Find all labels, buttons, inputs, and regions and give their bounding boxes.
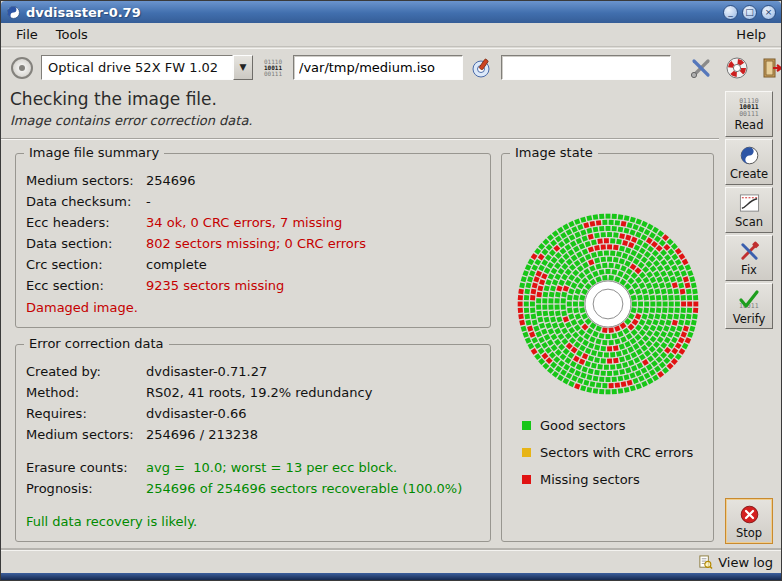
row-label: Created by: — [26, 361, 146, 382]
groupbox-legend: Error correction data — [24, 336, 169, 351]
maximize-icon[interactable]: □ — [742, 5, 757, 20]
fix-label: Fix — [741, 263, 757, 277]
data-row: Created by:dvdisaster-0.71.27 — [26, 361, 482, 382]
summary-rows: Medium sectors:254696Data checksum:-Ecc … — [26, 170, 482, 296]
titlebar[interactable]: dvdisaster-0.79 _ □ × — [1, 1, 781, 23]
quit-button[interactable] — [759, 54, 782, 82]
row-value: complete — [146, 254, 207, 275]
legend-label: Good sectors — [540, 418, 625, 433]
legend-item: Sectors with CRC errors — [522, 439, 709, 466]
scan-button[interactable]: Scan — [725, 187, 773, 233]
summary-verdict: Damaged image. — [26, 299, 138, 317]
data-row: Medium sectors:254696 — [26, 170, 482, 191]
binary-line: 00111 — [739, 111, 759, 118]
toolbar: Optical drive 52X FW 1.02 ▼ 01110 10011 … — [1, 48, 781, 86]
row-label: Medium sectors: — [26, 424, 146, 445]
app-icon — [6, 5, 21, 20]
stop-icon — [739, 504, 760, 525]
status-subtitle: Image contains error correction data. — [10, 113, 710, 128]
verify-check-icon: 10011 — [737, 289, 761, 311]
legend-item: Good sectors — [522, 412, 709, 439]
groupbox-legend: Image state — [510, 145, 598, 160]
row-label: Data section: — [26, 233, 146, 254]
data-row: Data section:802 sectors missing; 0 CRC … — [26, 233, 482, 254]
ecc-rows: Created by:dvdisaster-0.71.27Method:RS02… — [26, 361, 482, 499]
row-label: Erasure counts: — [26, 457, 146, 478]
create-yinyang-icon — [739, 145, 760, 166]
view-log-button[interactable]: View log — [718, 555, 773, 570]
chevron-down-icon[interactable]: ▼ — [233, 55, 253, 80]
error-correction-data-box: Error correction data Created by:dvdisas… — [15, 344, 491, 542]
fix-tools-icon — [739, 241, 760, 262]
fix-button[interactable]: Fix — [725, 235, 773, 281]
statusbar: View log — [1, 550, 781, 573]
row-label: Crc section: — [26, 254, 146, 275]
drive-select-value: Optical drive 52X FW 1.02 — [41, 55, 233, 80]
row-label: Ecc headers: — [26, 212, 146, 233]
menubar: File Tools Help — [1, 23, 781, 47]
data-row: Ecc headers:34 ok, 0 CRC errors, 7 missi… — [26, 212, 482, 233]
row-value: dvdisaster-0.66 — [146, 403, 247, 424]
view-log-icon — [698, 555, 713, 570]
legend-label: Sectors with CRC errors — [540, 445, 693, 460]
row-value: avg = 10.0; worst = 13 per ecc block. — [146, 457, 397, 478]
legend-swatch-icon — [522, 475, 531, 484]
tools-icon — [689, 56, 713, 80]
row-label: Requires: — [26, 403, 146, 424]
stop-button[interactable]: Stop — [725, 498, 773, 544]
row-label: Ecc section: — [26, 275, 146, 296]
scan-chart-icon — [739, 193, 760, 214]
verify-button[interactable]: 10011 Verify — [725, 283, 773, 329]
sector-legend: Good sectorsSectors with CRC errorsMissi… — [522, 412, 709, 493]
row-value: 254696 — [146, 170, 196, 191]
image-file-input[interactable] — [293, 55, 463, 80]
legend-label: Missing sectors — [540, 472, 640, 487]
menu-tools[interactable]: Tools — [47, 25, 97, 44]
lifebelt-icon — [725, 56, 749, 80]
help-button[interactable] — [723, 54, 751, 82]
legend-swatch-icon — [522, 421, 531, 430]
window-frame-bottom — [1, 573, 781, 580]
row-value: 254696 / 213238 — [146, 424, 258, 445]
row-value: 802 sectors missing; 0 CRC errors — [146, 233, 366, 254]
row-value: 9235 sectors missing — [146, 275, 284, 296]
close-icon[interactable]: × — [761, 5, 776, 20]
sector-map-disc — [512, 208, 704, 400]
row-label: Medium sectors: — [26, 170, 146, 191]
row-label: Data checksum: — [26, 191, 146, 212]
row-label: Prognosis: — [26, 478, 146, 499]
status-title: Checking the image file. — [10, 89, 710, 109]
data-row: Data checksum:- — [26, 191, 482, 212]
scan-label: Scan — [735, 215, 763, 229]
window-title: dvdisaster-0.79 — [26, 5, 141, 20]
row-value: RS02, 41 roots, 19.2% redundancy — [146, 382, 372, 403]
row-value: 254696 of 254696 sectors recoverable (10… — [146, 478, 462, 499]
preferences-button[interactable] — [687, 54, 715, 82]
exit-door-icon — [761, 56, 782, 80]
binary-line: 00111 — [264, 71, 282, 77]
data-row: Method:RS02, 41 roots, 19.2% redundancy — [26, 382, 482, 403]
data-row: Requires:dvdisaster-0.66 — [26, 403, 482, 424]
app-window: dvdisaster-0.79 _ □ × File Tools Help Op… — [0, 0, 782, 581]
create-button[interactable]: Create — [725, 139, 773, 185]
ecc-file-input[interactable] — [501, 55, 671, 80]
menu-file[interactable]: File — [7, 25, 47, 44]
read-icon: 01110 10011 00111 — [739, 98, 759, 118]
verify-label: Verify — [733, 312, 766, 326]
menu-help[interactable]: Help — [727, 25, 775, 44]
row-value: - — [146, 191, 151, 212]
minimize-icon[interactable]: _ — [723, 5, 738, 20]
headline-separator — [1, 138, 719, 140]
image-file-icon: 01110 10011 00111 — [261, 56, 285, 80]
data-row: Medium sectors:254696 / 213238 — [26, 424, 482, 445]
image-file-summary-box: Image file summary Medium sectors:254696… — [15, 153, 491, 328]
drive-select[interactable]: Optical drive 52X FW 1.02 ▼ — [41, 55, 253, 80]
create-label: Create — [730, 167, 768, 181]
drive-icon — [11, 57, 33, 79]
data-row: Erasure counts:avg = 10.0; worst = 13 pe… — [26, 457, 482, 478]
stop-label: Stop — [736, 526, 762, 540]
image-state-box: Image state Good sectorsSectors with CRC… — [501, 153, 714, 542]
read-button[interactable]: 01110 10011 00111 Read — [725, 91, 773, 137]
row-label: Method: — [26, 382, 146, 403]
row-value: dvdisaster-0.71.27 — [146, 361, 267, 382]
